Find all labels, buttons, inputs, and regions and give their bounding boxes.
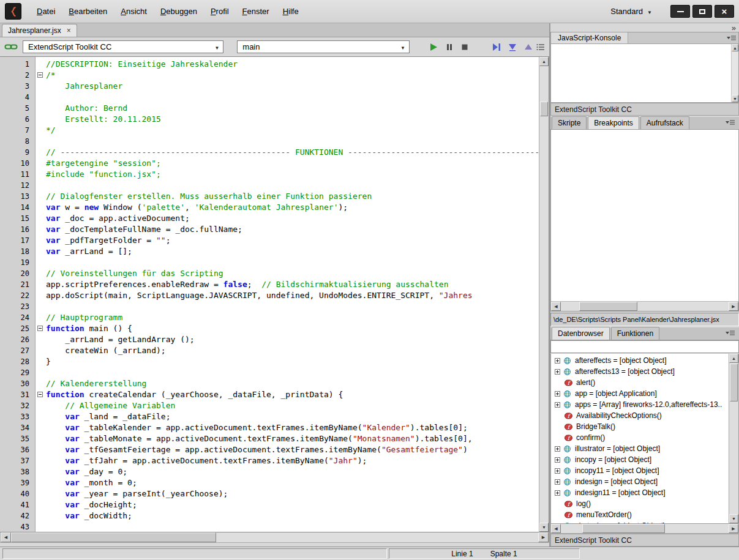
code-line[interactable]: // Dialogfenster erstellen. Muss ausserh… xyxy=(46,191,539,202)
scroll-right-icon[interactable] xyxy=(538,532,549,542)
code-line[interactable]: var _tableKalender = app.activeDocument.… xyxy=(46,422,539,433)
tree-item[interactable]: apps = [Array] fireworks-12.0,aftereffec… xyxy=(551,399,729,410)
line-number[interactable]: 33 xyxy=(0,411,35,422)
tab-close-icon[interactable] xyxy=(67,26,71,35)
profile-selector[interactable]: Standard xyxy=(606,6,657,17)
editor-vertical-scrollbar[interactable] xyxy=(539,57,549,532)
scroll-right-icon[interactable] xyxy=(729,302,738,311)
tree-item[interactable]: flog() xyxy=(551,498,729,509)
scroll-down-icon[interactable] xyxy=(539,523,549,532)
line-number[interactable]: 20 xyxy=(0,268,35,279)
line-number[interactable]: 10 xyxy=(0,158,35,169)
code-line[interactable]: var _year = parseInt(_yearChoose); xyxy=(46,488,539,499)
line-number[interactable]: 35 xyxy=(0,433,35,444)
panel-menu-icon[interactable] xyxy=(723,330,737,337)
line-number[interactable]: 26 xyxy=(0,334,35,345)
fold-cell[interactable] xyxy=(36,389,46,400)
code-line[interactable]: var _docHeight; xyxy=(46,499,539,510)
scroll-left-icon[interactable] xyxy=(1,532,11,542)
code-line[interactable]: var _docWidth; xyxy=(46,510,539,521)
line-number[interactable]: 18 xyxy=(0,246,35,257)
panel-menu-icon[interactable] xyxy=(724,32,738,43)
scrollbar-track[interactable] xyxy=(637,302,729,311)
line-number[interactable]: 25 xyxy=(0,323,35,334)
tab-datenbrowser[interactable]: Datenbrowser xyxy=(552,327,610,340)
menu-datei[interactable]: Datei xyxy=(30,4,62,18)
code-line[interactable]: var _tfGesamtFeiertage = app.activeDocum… xyxy=(46,444,539,455)
code-line[interactable]: var _pdfTargetFolder = ""; xyxy=(46,235,539,246)
code-area[interactable]: //DESCRIPTION: Einseitige Jahreskalender… xyxy=(46,57,539,532)
code-line[interactable]: Jahresplaner xyxy=(46,81,539,92)
breakpoints-horizontal-scrollbar[interactable] xyxy=(551,301,738,311)
code-line[interactable]: Erstellt: 20.11.2015 xyxy=(46,114,539,125)
scrollbar-thumb[interactable] xyxy=(582,524,665,533)
line-number[interactable]: 19 xyxy=(0,257,35,268)
code-line[interactable]: createWin (_arrLand); xyxy=(46,345,539,356)
pause-button[interactable] xyxy=(441,40,457,54)
line-number[interactable]: 32 xyxy=(0,400,35,411)
line-number[interactable]: 37 xyxy=(0,455,35,466)
tree-item[interactable]: fAvailabilityCheckOptions() xyxy=(551,410,729,421)
scroll-right-icon[interactable] xyxy=(729,524,738,533)
line-number[interactable]: 6 xyxy=(0,114,35,125)
code-line[interactable]: var _docTemplateFullName = _doc.fullName… xyxy=(46,224,539,235)
code-line[interactable] xyxy=(46,257,539,268)
line-number[interactable]: 21 xyxy=(0,279,35,290)
expand-plus-icon[interactable] xyxy=(555,402,560,408)
line-number[interactable]: 4 xyxy=(0,92,35,103)
code-line[interactable]: var _arrLand = []; xyxy=(46,246,539,257)
code-line[interactable]: // Kalendererstellung xyxy=(46,378,539,389)
scroll-down-icon[interactable] xyxy=(729,514,738,523)
code-line[interactable]: #targetengine "session"; xyxy=(46,158,539,169)
target-app-select[interactable]: ExtendScript Toolkit CC xyxy=(23,40,223,53)
scrollbar-track[interactable] xyxy=(539,116,549,523)
minimize-button[interactable] xyxy=(670,5,690,18)
code-line[interactable]: var _day = 0; xyxy=(46,466,539,477)
scroll-up-icon[interactable] xyxy=(732,44,738,51)
scroll-left-icon[interactable] xyxy=(551,524,561,533)
entry-function-select[interactable]: main xyxy=(237,40,410,53)
line-number[interactable]: 28 xyxy=(0,356,35,367)
code-line[interactable]: app.scriptPreferences.enableRedraw = fal… xyxy=(46,279,539,290)
line-number[interactable]: 34 xyxy=(0,422,35,433)
tree-item[interactable]: incopy11 = [object Object] xyxy=(551,465,729,476)
scroll-up-icon[interactable] xyxy=(729,354,738,363)
line-number[interactable]: 23 xyxy=(0,301,35,312)
panel-menu-icon[interactable] xyxy=(723,119,737,126)
code-line[interactable] xyxy=(46,301,539,312)
menu-debuggen[interactable]: Debuggen xyxy=(154,4,204,18)
maximize-button[interactable] xyxy=(692,5,712,18)
expand-plus-icon[interactable] xyxy=(555,391,560,397)
line-number[interactable]: 7 xyxy=(0,125,35,136)
line-number[interactable]: 43 xyxy=(0,521,35,532)
expand-plus-icon[interactable] xyxy=(555,479,560,485)
line-number[interactable]: 8 xyxy=(0,136,35,147)
scrollbar-thumb[interactable] xyxy=(540,102,548,116)
code-line[interactable]: // Allgemeine Variablen xyxy=(46,400,539,411)
code-line[interactable] xyxy=(46,521,539,532)
line-number[interactable]: 5 xyxy=(0,103,35,114)
fold-collapse-icon[interactable] xyxy=(37,326,43,331)
line-number[interactable]: 24 xyxy=(0,312,35,323)
tree-item[interactable]: aftereffects13 = [object Object] xyxy=(551,366,729,377)
code-line[interactable]: var _tableMonate = app.activeDocument.te… xyxy=(46,433,539,444)
editor-options-icon[interactable] xyxy=(536,43,545,51)
line-number[interactable]: 39 xyxy=(0,477,35,488)
code-line[interactable]: var _land = _dataFile; xyxy=(46,411,539,422)
line-number[interactable]: 9 xyxy=(0,147,35,158)
code-line[interactable]: // Voreinstellungen für das Scripting xyxy=(46,268,539,279)
step-over-button[interactable] xyxy=(489,40,505,54)
tree-item[interactable]: illustrator = [object Object] xyxy=(551,443,729,454)
code-line[interactable]: */ xyxy=(46,125,539,136)
line-number[interactable]: 3 xyxy=(0,81,35,92)
tree-item[interactable]: indesign11 = [object Object] xyxy=(551,487,729,498)
line-number[interactable]: 38 xyxy=(0,466,35,477)
fold-cell[interactable] xyxy=(36,70,46,81)
scroll-up-icon[interactable] xyxy=(539,57,549,66)
menu-bearbeiten[interactable]: Bearbeiten xyxy=(62,4,114,18)
line-number[interactable]: 22 xyxy=(0,290,35,301)
line-number[interactable]: 29 xyxy=(0,367,35,378)
tree-item[interactable]: falert() xyxy=(551,377,729,388)
stop-button[interactable] xyxy=(457,40,473,54)
console-panel-header[interactable]: JavaScript-Konsole xyxy=(550,32,739,44)
